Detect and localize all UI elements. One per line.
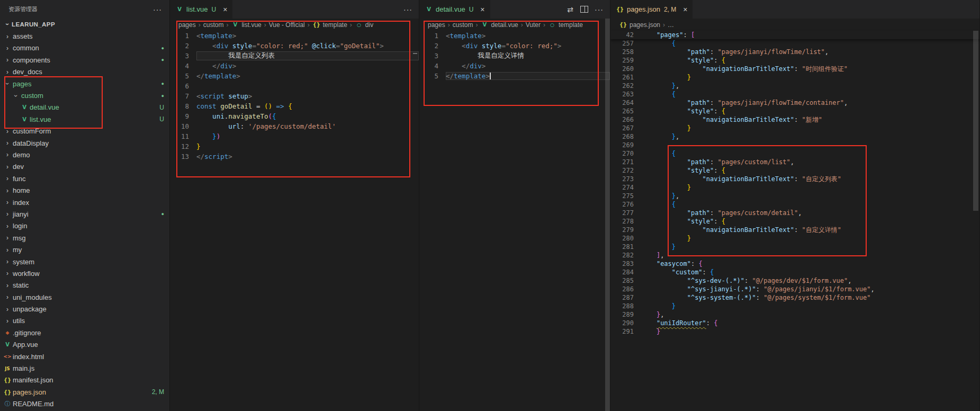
code-line-258[interactable]: 258 "path": "pages/jianyi/flowTime/list"… [610,48,979,56]
split-editor-icon[interactable] [580,6,588,13]
code-line-284[interactable]: 284 "custom": { [610,268,979,276]
tree-item-pages[interactable]: ›pages● [0,78,169,90]
code-line-8[interactable]: 8const goDetail = () => { [170,101,419,111]
more-actions-icon[interactable]: ··· [403,5,412,14]
code-line-268[interactable]: 268 }, [610,132,979,141]
code-line-291[interactable]: 291 } [610,327,979,336]
code-line-5[interactable]: 5</template> [170,71,419,81]
code-line-12[interactable]: 12} [170,141,419,151]
code-line-261[interactable]: 261 } [610,73,979,82]
code-line-277[interactable]: 277 "path": "pages/custom/detail", [610,209,979,217]
breadcrumb-item-pages[interactable]: pages [428,21,445,29]
breadcrumb-item-div[interactable]: ○div [355,21,373,29]
open-changes-icon[interactable]: ⇄ [567,5,574,14]
breadcrumb-item-template[interactable]: {}template [312,21,347,29]
tree-item-main.js[interactable]: JSmain.js [0,362,169,374]
tree-item-my[interactable]: ›my [0,244,169,255]
breadcrumb-item-custom[interactable]: custom [453,21,473,29]
scrollbar[interactable] [605,19,610,411]
code-line-4[interactable]: 4 </div> [170,61,419,71]
code-line-274[interactable]: 274 } [610,183,979,192]
code-line-262[interactable]: 262 }, [610,82,979,90]
code-line-276[interactable]: 276 { [610,200,979,209]
tree-item-App.vue[interactable]: VApp.vue [0,339,169,351]
tree-item-dataDisplay[interactable]: ›dataDisplay [0,137,169,149]
tree-item-workflow[interactable]: ›workflow [0,267,169,279]
close-icon[interactable]: × [683,6,687,13]
tree-item-assets[interactable]: ›assets [0,30,169,42]
code-line-279[interactable]: 279 "navigationBarTitleText": "自定义详情" [610,226,979,234]
tree-item-.gitignore[interactable]: ◆.gitignore [0,327,169,338]
code-line-281[interactable]: 281 } [610,243,979,251]
tree-item-func[interactable]: ›func [0,173,169,184]
tab-pages-json[interactable]: {}pages.json2, M× [610,0,693,19]
tree-item-custom[interactable]: ›custom● [0,90,169,101]
code-line-2[interactable]: 2 <div style="color: red;"> [419,41,610,51]
tab-list-vue[interactable]: Vlist.vueU× [170,0,232,19]
code-editor[interactable]: 1<template>2 <div style="color: red;" @c… [170,31,419,162]
tree-item-dev_docs[interactable]: ›dev_docs [0,66,169,78]
close-icon[interactable]: × [480,6,484,13]
breadcrumb-item-…[interactable]: … [668,21,674,29]
code-line-283[interactable]: 283 "easycom": { [610,260,979,268]
code-line-42[interactable]: 42 "pages": [ [610,31,979,39]
tree-item-list.vue[interactable]: Vlist.vueU [0,113,169,125]
tree-item-demo[interactable]: ›demo [0,149,169,160]
code-line-273[interactable]: 273 "navigationBarTitleText": "自定义列表" [610,175,979,183]
breadcrumb-item-Vuter[interactable]: Vuter [526,21,541,29]
tree-item-common[interactable]: ›common● [0,42,169,54]
code-line-1[interactable]: 1<template> [419,31,610,41]
more-actions-icon[interactable]: ··· [153,5,162,14]
tree-item-static[interactable]: ›static [0,280,169,291]
tree-item-dev[interactable]: ›dev [0,161,169,173]
tab-detail-vue[interactable]: Vdetail.vueU× [419,0,490,19]
code-line-269[interactable]: 269 [610,141,979,149]
scrollbar[interactable] [973,31,978,211]
code-line-5[interactable]: 5</template> [419,71,610,81]
code-line-267[interactable]: 267 } [610,124,979,132]
code-line-278[interactable]: 278 "style": { [610,217,979,226]
code-line-266[interactable]: 266 "navigationBarTitleText": "新增" [610,115,979,124]
code-editor[interactable]: 42 "pages": [ 257 {258 "path": "pages/ji… [610,31,979,336]
code-line-11[interactable]: 11 }) [170,131,419,141]
close-icon[interactable]: × [223,6,227,13]
code-line-2[interactable]: 2 <div style="color: red;" @click="goDet… [170,41,419,51]
code-line-289[interactable]: 289 }, [610,310,979,319]
breadcrumb-item-pages[interactable]: pages [178,21,196,29]
more-actions-icon[interactable]: ··· [595,5,604,14]
code-line-287[interactable]: 287 "^sys-system-(.*)": "@/pages/system/… [610,293,979,302]
code-editor[interactable]: 1<template>2 <div style="color: red;">3 … [419,31,610,81]
code-line-275[interactable]: 275 }, [610,192,979,200]
code-line-263[interactable]: 263 { [610,90,979,99]
code-line-9[interactable]: 9 uni.navigateTo({ [170,111,419,121]
tree-item-pages.json[interactable]: {}pages.json2, M [0,386,169,398]
code-line-259[interactable]: 259 "style": { [610,56,979,65]
code-line-286[interactable]: 286 "^sys-jianyi-(.*)": "@/pages/jianyi/… [610,285,979,293]
breadcrumb-item-Vue - Official[interactable]: Vue - Official [269,21,305,29]
tree-item-README.md[interactable]: ⓘREADME.md [0,398,169,410]
tree-item-index.html[interactable]: <>index.html [0,351,169,362]
code-line-290[interactable]: 290 "uniIdRouter": { [610,319,979,327]
code-line-265[interactable]: 265 "style": { [610,107,979,115]
code-line-13[interactable]: 13</script> [170,151,419,162]
breadcrumb-item-pages.json[interactable]: {}pages.json [619,21,660,29]
code-line-6[interactable]: 6 [170,81,419,91]
code-line-272[interactable]: 272 "style": { [610,166,979,175]
tree-item-customForm[interactable]: ›customForm [0,126,169,137]
breadcrumb-item-detail.vue[interactable]: Vdetail.vue [480,21,518,29]
code-line-1[interactable]: 1<template> [170,31,419,41]
code-line-288[interactable]: 288 } [610,302,979,310]
tree-item-components[interactable]: ›components● [0,54,169,66]
sticky-scroll-line[interactable]: 42 "pages": [ [610,31,979,39]
code-line-285[interactable]: 285 "^sys-dev-(.*)": "@/pages/dev/$1/for… [610,276,979,285]
tree-item-login[interactable]: ›login [0,220,169,232]
code-line-271[interactable]: 271 "path": "pages/custom/list", [610,158,979,166]
tree-item-utils[interactable]: ›utils [0,315,169,327]
tree-item-uni_modules[interactable]: ›uni_modules [0,291,169,303]
code-line-4[interactable]: 4 </div> [419,61,610,71]
code-line-3[interactable]: 3 我是自定义列表 [170,51,419,61]
tree-item-index[interactable]: ›index [0,196,169,208]
code-line-3[interactable]: 3 我是自定义详情 [419,51,610,61]
code-line-10[interactable]: 10 url: '/pages/custom/detail' [170,121,419,131]
code-line-257[interactable]: 257 { [610,39,979,48]
